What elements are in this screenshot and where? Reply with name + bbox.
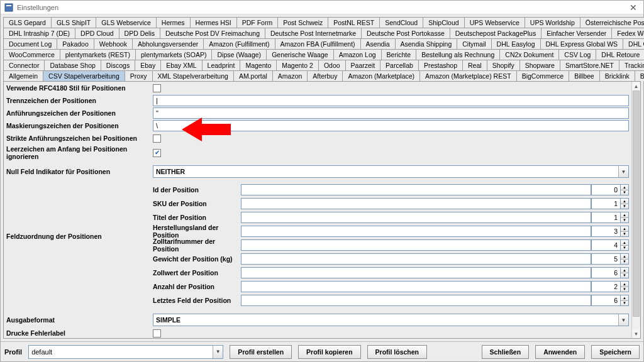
tab-leadprint[interactable]: Leadprint [202,60,241,70]
spinner-up-icon[interactable]: ▲ [621,295,628,301]
separator-input[interactable] [153,95,629,106]
save-button[interactable]: Speichern [591,345,640,359]
output-format-combo[interactable]: SIMPLE ▼ [153,314,629,326]
mapping-spinner[interactable]: 1▲▼ [591,212,629,223]
tab-proxy[interactable]: Proxy [125,70,153,81]
tab-allgemein[interactable]: Allgemein [3,70,43,81]
chevron-down-icon[interactable]: ▼ [213,346,223,358]
tab-citymail[interactable]: Citymail [457,38,491,49]
tab-document-log[interactable]: Document Log [3,38,57,49]
tab-magento-2[interactable]: Magento 2 [276,60,319,70]
tab-hermes-hsi[interactable]: Hermes HSI [190,17,237,28]
vertical-scrollbar[interactable]: ▲ ▼ [631,82,640,338]
mapping-spinner[interactable]: 3▲▼ [591,226,629,237]
tab-bricklink[interactable]: Bricklink [599,70,635,81]
tab-dhl-intraship-7-de-[interactable]: DHL Intraship 7 (DE) [3,28,75,38]
tab-dpd-delis[interactable]: DPD Delis [119,28,160,38]
spinner-down-icon[interactable]: ▼ [621,204,628,209]
tab-amazon-marketplace-rest[interactable]: Amazon (Marketplace) REST [419,70,517,81]
tab-bigcommerce[interactable]: BigCommerce [516,70,570,81]
escape-input[interactable] [153,120,629,131]
mapping-spinner[interactable]: 6▲▼ [591,267,629,278]
chevron-down-icon[interactable]: ▼ [618,166,628,177]
mapping-spinner[interactable]: 2▲▼ [591,281,629,292]
ignore-ws-checkbox[interactable] [153,149,161,157]
tab-fedex-webservice[interactable]: Fedex Webservice [611,28,644,38]
tab-shopify[interactable]: Shopify [487,60,520,70]
spinner-down-icon[interactable]: ▼ [621,246,628,251]
mapping-spinner[interactable]: 5▲▼ [591,253,629,265]
tab-database-shop[interactable]: Database Shop [44,60,101,70]
tab-ebay-xml[interactable]: Ebay XML [160,60,202,70]
tab-woocommerce[interactable]: WooCommerce [3,49,60,60]
spinner-down-icon[interactable]: ▼ [621,190,628,195]
tab-abholungsversender[interactable]: Abholungsversender [132,38,204,49]
tab-dhl-retoure[interactable]: DHL Retoure [596,49,644,60]
spinner-up-icon[interactable]: ▲ [621,185,628,190]
tab-billbee[interactable]: Billbee [569,70,600,81]
mapping-spinner[interactable]: 1▲▼ [591,198,629,209]
tab-xml-stapelverarbeitung[interactable]: XML Stapelverarbeitung [152,70,234,81]
spinner-up-icon[interactable]: ▲ [621,254,628,260]
tab-deutschepost-packageplus[interactable]: Deutschepost PackagePlus [450,28,541,38]
tab-am-portal[interactable]: AM.portal [233,70,273,81]
tab-ups-worldship[interactable]: UPS Worldship [525,17,580,28]
tab-pdf-form[interactable]: PDF Form [236,17,278,28]
tab-gls-webservice[interactable]: GLS Webservice [96,17,157,28]
scroll-down-icon[interactable]: ▼ [632,329,640,338]
tab-gls-shipit[interactable]: GLS ShipIT [51,17,96,28]
chevron-down-icon[interactable]: ▼ [618,314,628,326]
spinner-down-icon[interactable]: ▼ [621,301,628,306]
tab-cn2x-dokument[interactable]: CN2x Dokument [499,49,559,60]
spinner-down-icon[interactable]: ▼ [621,260,628,265]
tab-dpd-cloud[interactable]: DPD Cloud [75,28,119,38]
tab-discogs[interactable]: Discogs [101,60,135,70]
tab-dhl-easylog[interactable]: DHL Easylog [491,38,541,49]
mapping-spinner[interactable]: 0▲▼ [591,184,629,195]
mapping-row-input[interactable] [241,184,591,195]
spinner-up-icon[interactable]: ▲ [621,268,628,273]
close-icon[interactable]: ✕ [627,3,640,13]
tab-pakadoo[interactable]: Pakadoo [57,38,94,49]
tab-ebay[interactable]: Ebay [135,60,161,70]
spinner-up-icon[interactable]: ▲ [621,240,628,246]
spinner-up-icon[interactable]: ▲ [621,282,628,287]
strict-checkbox[interactable] [153,134,161,143]
tab-dhl-express-global-ws[interactable]: DHL Express Global WS [540,38,624,49]
tab-amazon-log[interactable]: Amazon Log [333,49,382,60]
apply-button[interactable]: Anwenden [535,345,585,359]
tab-amazon-fba-fulfillment-[interactable]: Amazon FBA (Fulfillment) [275,38,361,49]
tab-real[interactable]: Real [462,60,487,70]
tab-generische-waage[interactable]: Generische Waage [266,49,334,60]
tab--sterreichische-post[interactable]: Österreichische Post [580,17,644,28]
profile-combo[interactable]: default ▼ [28,345,223,359]
profile-delete-button[interactable]: Profil löschen [367,345,427,359]
tab-amazon[interactable]: Amazon [272,70,308,81]
spinner-down-icon[interactable]: ▼ [621,287,628,292]
mapping-spinner[interactable]: 4▲▼ [591,239,629,251]
scrollbar-thumb[interactable] [633,90,640,317]
tab-deutsche-post-internetmarke[interactable]: Deutsche Post Internetmarke [265,28,362,38]
tab-connector[interactable]: Connector [3,60,45,70]
spinner-up-icon[interactable]: ▲ [621,212,628,218]
tab-csv-log[interactable]: CSV Log [558,49,596,60]
tab-asendia-shipping[interactable]: Asendia Shipping [395,38,458,49]
mapping-spinner[interactable]: 6▲▼ [591,295,629,306]
tab-ups-webservice[interactable]: UPS Webservice [464,17,525,28]
mapping-row-input[interactable] [241,295,591,306]
spinner-down-icon[interactable]: ▼ [621,218,628,223]
tab-smartstore-net[interactable]: SmartStore.NET [560,60,619,70]
tab-amazon-marketplace-[interactable]: Amazon (Marketplace) [342,70,420,81]
tab-asendia[interactable]: Asendia [360,38,396,49]
tab-deutsche-post-portokasse[interactable]: Deutsche Post Portokasse [361,28,450,38]
spinner-down-icon[interactable]: ▼ [621,273,628,278]
tab-webhook[interactable]: Webhook [94,38,133,49]
tab-sendcloud[interactable]: SendCloud [379,17,423,28]
tab-berichte[interactable]: Berichte [381,49,417,60]
mapping-row-input[interactable] [241,267,591,278]
tab-odoo[interactable]: Odoo [318,60,346,70]
tab-prestashop[interactable]: Prestashop [418,60,463,70]
spinner-up-icon[interactable]: ▲ [621,199,628,204]
close-button[interactable]: Schließen [482,345,530,359]
tab-shopware[interactable]: Shopware [519,60,560,70]
